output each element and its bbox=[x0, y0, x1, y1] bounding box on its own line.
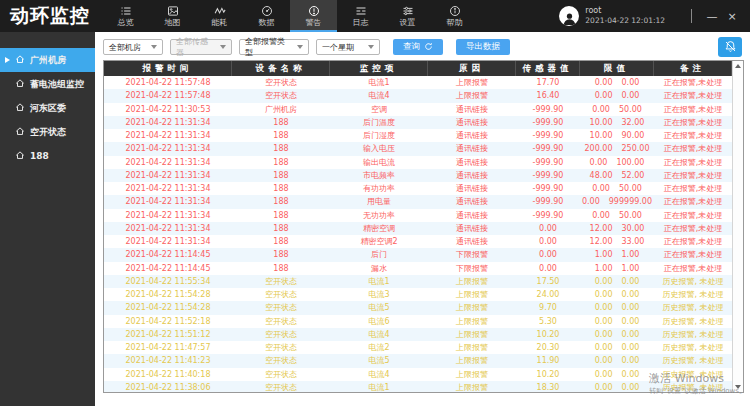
table-row[interactable]: 2021-04-22 11:31:34 188 后门湿度 通讯链接 -999.9… bbox=[104, 129, 732, 142]
close-button[interactable]: × bbox=[722, 10, 742, 23]
overview-list-icon bbox=[120, 5, 132, 17]
cell-device-name: 空开状态 bbox=[232, 354, 330, 367]
sidebar-item-188[interactable]: 188 bbox=[0, 144, 95, 168]
cell-monitor-item: 电流1 bbox=[330, 76, 428, 89]
cell-limit: 10.00 32.00 bbox=[580, 116, 654, 129]
cell-monitor-item: 精密空调 bbox=[330, 222, 428, 235]
nav-item-energy[interactable]: 能耗 bbox=[196, 0, 243, 32]
user-avatar-icon bbox=[559, 6, 579, 26]
cell-reason: 通讯链接 bbox=[428, 116, 516, 129]
table-row[interactable]: 2021-04-22 11:54:28 空开状态 电流3 上限报警 24.00 … bbox=[104, 288, 732, 301]
sidebar-item-breaker-status[interactable]: 空开状态 bbox=[0, 120, 95, 144]
table-row[interactable]: 2021-04-22 11:57:48 空开状态 电流1 上限报警 17.70 … bbox=[104, 76, 732, 89]
cell-remark: 正在报警,未处理 bbox=[654, 169, 732, 182]
cell-remark: 历史报警, 未处理 bbox=[654, 381, 732, 392]
nav-item-log[interactable]: 日志 bbox=[337, 0, 384, 32]
cell-monitor-item: 电流4 bbox=[330, 328, 428, 341]
table-scrollbar[interactable] bbox=[732, 61, 743, 392]
cell-limit: 0.00 0.00 bbox=[580, 76, 654, 89]
nav-item-map[interactable]: 地图 bbox=[149, 0, 196, 32]
nav-label: 总览 bbox=[118, 19, 134, 27]
cell-monitor-item: 漏水 bbox=[330, 262, 428, 275]
col-header-item: 监控项 bbox=[330, 61, 428, 76]
export-data-button[interactable]: 导出数据 bbox=[456, 39, 510, 55]
table-row[interactable]: 2021-04-22 11:40:18 空开状态 电流4 上限报警 10.20 … bbox=[104, 368, 732, 381]
chevron-down-icon bbox=[220, 45, 226, 49]
table-row[interactable]: 2021-04-22 11:31:34 188 市电频率 通讯链接 -999.9… bbox=[104, 169, 732, 182]
limit-high: 0.00 bbox=[622, 78, 640, 87]
table-row[interactable]: 2021-04-22 11:38:06 空开状态 电流1 上限报警 18.30 … bbox=[104, 381, 732, 392]
chevron-down-icon bbox=[368, 45, 374, 49]
scroll-down-icon[interactable] bbox=[735, 385, 741, 389]
table-row[interactable]: 2021-04-22 11:31:34 188 精密空调 通讯链接 0.00 1… bbox=[104, 222, 732, 235]
time-range-select[interactable]: 一个星期 bbox=[316, 39, 380, 55]
table-body: 2021-04-22 11:57:48 空开状态 电流1 上限报警 17.70 … bbox=[104, 76, 732, 392]
table-row[interactable]: 2021-04-22 11:31:34 188 精密空调2 通讯链接 0.00 … bbox=[104, 235, 732, 248]
cell-remark: 历史报警, 未处理 bbox=[654, 341, 732, 354]
table-row[interactable]: 2021-04-22 11:41:23 空开状态 电流5 上限报警 11.90 … bbox=[104, 354, 732, 367]
table-row[interactable]: 2021-04-22 11:31:34 188 输入电压 通讯链接 -999.9… bbox=[104, 142, 732, 155]
cell-reason: 通讯链接 bbox=[428, 156, 516, 169]
cell-sensor-value: -999.90 bbox=[516, 169, 580, 182]
table-row[interactable]: 2021-04-22 11:31:34 188 输出电流 通讯链接 -999.9… bbox=[104, 156, 732, 169]
energy-wave-icon bbox=[214, 5, 226, 17]
table-row[interactable]: 2021-04-22 11:31:34 188 用电量 通讯链接 -999.90… bbox=[104, 195, 732, 208]
room-select[interactable]: 全部机房 bbox=[103, 39, 163, 55]
cell-sensor-value: 16.40 bbox=[516, 89, 580, 102]
sidebar-item-guangzhou-room[interactable]: 广州机房 bbox=[0, 48, 95, 72]
cell-device-name: 188 bbox=[232, 142, 330, 155]
table-row[interactable]: 2021-04-22 11:30:53 广州机房 空调 通讯链接 -999.90… bbox=[104, 103, 732, 116]
limit-low: 0.00 bbox=[595, 356, 613, 365]
table-row[interactable]: 2021-04-22 11:51:12 空开状态 电流4 上限报警 10.20 … bbox=[104, 328, 732, 341]
query-button[interactable]: 查询 bbox=[393, 39, 443, 55]
cell-monitor-item: 电流1 bbox=[330, 275, 428, 288]
table-row[interactable]: 2021-04-22 11:31:34 188 后门温度 通讯链接 -999.9… bbox=[104, 116, 732, 129]
cell-device-name: 广州机房 bbox=[232, 103, 330, 116]
nav-item-overview[interactable]: 总览 bbox=[102, 0, 149, 32]
cell-remark: 正在报警,未处理 bbox=[654, 116, 732, 129]
cell-alarm-time: 2021-04-22 11:14:45 bbox=[104, 248, 232, 261]
nav-item-settings[interactable]: 设置 bbox=[384, 0, 431, 32]
table-row[interactable]: 2021-04-22 11:54:28 空开状态 电流5 上限报警 9.70 0… bbox=[104, 301, 732, 314]
mute-alarm-button[interactable] bbox=[718, 37, 742, 57]
table-row[interactable]: 2021-04-22 11:31:34 188 有功功率 通讯链接 -999.9… bbox=[104, 182, 732, 195]
scroll-up-icon[interactable] bbox=[735, 64, 741, 68]
table-row[interactable]: 2021-04-22 11:14:45 188 后门 下限报警 0.00 1.0… bbox=[104, 248, 732, 261]
nav-item-alarm[interactable]: 警告 bbox=[290, 0, 337, 32]
nav-item-data[interactable]: 数据 bbox=[243, 0, 290, 32]
table-row[interactable]: 2021-04-22 11:52:18 空开状态 电流6 上限报警 5.30 0… bbox=[104, 315, 732, 328]
table-row[interactable]: 2021-04-22 11:47:57 空开状态 电流2 上限报警 20.30 … bbox=[104, 341, 732, 354]
cell-remark: 正在报警,未处理 bbox=[654, 222, 732, 235]
limit-high: 33.00 bbox=[622, 237, 645, 246]
current-datetime: 2021-04-22 12:01:12 bbox=[585, 16, 665, 26]
cell-device-name: 空开状态 bbox=[232, 368, 330, 381]
cell-alarm-time: 2021-04-22 11:31:34 bbox=[104, 169, 232, 182]
cell-alarm-time: 2021-04-22 11:41:23 bbox=[104, 354, 232, 367]
table-row[interactable]: 2021-04-22 11:14:45 188 漏水 下限报警 0.00 1.0… bbox=[104, 262, 732, 275]
sidebar-item-battery-monitor[interactable]: 蓄电池组监控 bbox=[0, 72, 95, 96]
cell-remark: 历史报警, 未处理 bbox=[654, 301, 732, 314]
alarm-type-select[interactable]: 全部报警类型 bbox=[239, 39, 309, 55]
table-row[interactable]: 2021-04-22 11:55:34 空开状态 电流1 上限报警 17.50 … bbox=[104, 275, 732, 288]
user-box[interactable]: root 2021-04-22 12:01:12 bbox=[559, 0, 665, 32]
cell-reason: 上限报警 bbox=[428, 368, 516, 381]
limit-low: 0.00 bbox=[595, 78, 613, 87]
minimize-button[interactable]: — bbox=[702, 10, 722, 23]
nav-item-help[interactable]: 帮助 bbox=[431, 0, 478, 32]
cell-sensor-value: 11.90 bbox=[516, 354, 580, 367]
table-row[interactable]: 2021-04-22 11:31:34 188 无功功率 通讯链接 -999.9… bbox=[104, 209, 732, 222]
cell-alarm-time: 2021-04-22 11:14:45 bbox=[104, 262, 232, 275]
cell-reason: 通讯链接 bbox=[428, 142, 516, 155]
table-row[interactable]: 2021-04-22 11:57:48 空开状态 电流4 上限报警 16.40 … bbox=[104, 89, 732, 102]
cell-limit: 10.00 90.00 bbox=[580, 129, 654, 142]
cell-device-name: 空开状态 bbox=[232, 89, 330, 102]
sidebar-item-hedong[interactable]: 河东区委 bbox=[0, 96, 95, 120]
cell-device-name: 188 bbox=[232, 248, 330, 261]
expand-caret-icon bbox=[5, 57, 10, 63]
cell-remark: 正在报警,未处理 bbox=[654, 156, 732, 169]
cell-limit: 0.00 0.00 bbox=[580, 301, 654, 314]
sensor-select[interactable]: 全部传感器 bbox=[170, 39, 232, 55]
cell-sensor-value: 18.30 bbox=[516, 381, 580, 392]
limit-high: 0.00 bbox=[622, 343, 640, 352]
cell-reason: 下限报警 bbox=[428, 248, 516, 261]
